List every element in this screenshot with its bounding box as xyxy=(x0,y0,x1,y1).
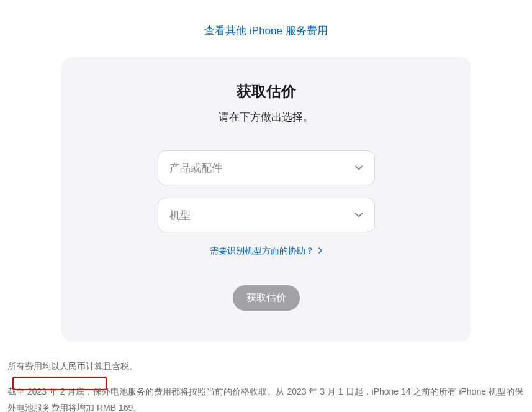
help-link-container: 需要识别机型方面的协助？ xyxy=(92,245,440,257)
top-link-container: 查看其他 iPhone 服务费用 xyxy=(0,0,532,57)
product-select-placeholder: 产品或配件 xyxy=(169,161,354,175)
product-select[interactable]: 产品或配件 xyxy=(158,150,375,185)
footer-text: 所有费用均以人民币计算且含税。 截至 2023 年 2 月底，保外电池服务的费用… xyxy=(0,342,532,412)
chevron-down-icon xyxy=(354,211,363,219)
estimate-card: 获取估价 请在下方做出选择。 产品或配件 机型 需要识别机型方面的协助？ 获取估… xyxy=(61,57,471,342)
card-subtitle: 请在下方做出选择。 xyxy=(92,110,440,124)
model-select[interactable]: 机型 xyxy=(158,198,375,232)
footer-line-1: 所有费用均以人民币计算且含税。 xyxy=(7,358,525,375)
card-title: 获取估价 xyxy=(92,81,440,101)
model-select-wrapper: 机型 xyxy=(158,198,375,232)
model-select-placeholder: 机型 xyxy=(169,208,354,222)
get-estimate-button[interactable]: 获取估价 xyxy=(233,285,300,311)
other-services-link[interactable]: 查看其他 iPhone 服务费用 xyxy=(204,25,327,37)
identify-model-help-link[interactable]: 需要识别机型方面的协助？ xyxy=(210,245,323,255)
footer-line-2: 截至 2023 年 2 月底，保外电池服务的费用都将按照当前的价格收取。从 20… xyxy=(7,383,525,412)
help-link-text: 需要识别机型方面的协助？ xyxy=(210,245,314,255)
chevron-right-icon xyxy=(318,245,322,255)
chevron-down-icon xyxy=(354,163,363,172)
product-select-wrapper: 产品或配件 xyxy=(158,150,375,185)
